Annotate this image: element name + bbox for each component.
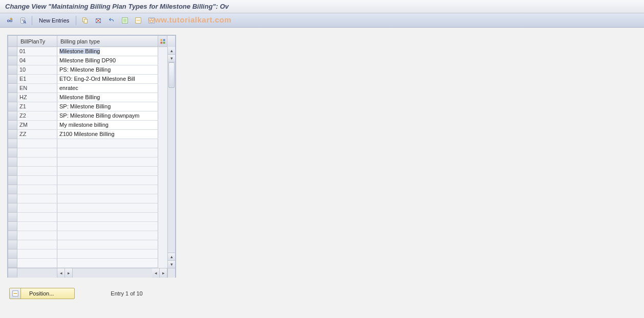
- find-button[interactable]: [17, 15, 29, 26]
- row-selector[interactable]: [8, 93, 17, 102]
- cell-billing-plan-type[interactable]: [57, 203, 158, 213]
- toggle-display-change-button[interactable]: [4, 15, 15, 26]
- scroll-thumb[interactable]: [168, 62, 175, 88]
- scroll-up-arrow-bottom[interactable]: ▴: [168, 253, 175, 260]
- cell-billing-plan-type[interactable]: [57, 222, 158, 231]
- vertical-scrollbar[interactable]: ▴ ▾ ▴ ▾: [167, 47, 175, 268]
- cell-billing-plan-type[interactable]: [57, 185, 158, 194]
- cell-billplanty[interactable]: [17, 176, 57, 185]
- row-selector[interactable]: [8, 56, 17, 65]
- select-all-button[interactable]: [119, 15, 131, 26]
- scroll-left-arrow-end[interactable]: ◂: [152, 268, 160, 278]
- cell-billing-plan-type[interactable]: [57, 240, 158, 249]
- cell-billing-plan-type[interactable]: Milestone Billing DP90: [57, 56, 158, 65]
- row-selector[interactable]: [8, 185, 17, 194]
- undo-change-button[interactable]: [106, 15, 117, 26]
- scroll-left-arrow[interactable]: ◂: [57, 268, 65, 278]
- scroll-track[interactable]: [168, 62, 175, 253]
- cell-billing-plan-type[interactable]: SP: Milestone Billing: [57, 102, 158, 111]
- row-selector[interactable]: [8, 213, 17, 222]
- svg-rect-8: [123, 18, 127, 22]
- row-selector[interactable]: [8, 102, 17, 111]
- row-selector[interactable]: [8, 130, 17, 139]
- cell-billing-plan-type[interactable]: Milestone Billing: [57, 93, 158, 102]
- cell-billing-plan-type[interactable]: enratec: [57, 84, 158, 93]
- scroll-right-arrow[interactable]: ▸: [65, 268, 73, 278]
- row-selector[interactable]: [8, 231, 17, 240]
- cell-billplanty[interactable]: 01: [17, 47, 57, 56]
- cell-billplanty[interactable]: HZ: [17, 93, 57, 102]
- cell-billing-plan-type[interactable]: [57, 148, 158, 157]
- cell-billplanty[interactable]: [17, 148, 57, 157]
- cell-billplanty[interactable]: [17, 259, 57, 268]
- hscroll-track[interactable]: [73, 268, 152, 278]
- cell-billing-plan-type[interactable]: My milestone billing: [57, 121, 158, 130]
- row-selector[interactable]: [8, 176, 17, 185]
- cell-billplanty[interactable]: [17, 240, 57, 249]
- cell-billplanty[interactable]: E1: [17, 75, 57, 84]
- cell-billing-plan-type[interactable]: ETO: Eng-2-Ord Milestone Bill: [57, 75, 158, 84]
- column-header-code[interactable]: BillPlanTy: [17, 36, 57, 47]
- cell-billing-plan-type[interactable]: SP: Milestone Billing downpaym: [57, 111, 158, 121]
- row-selector[interactable]: [8, 65, 17, 75]
- cell-billing-plan-type[interactable]: Milestone Billing: [57, 47, 158, 56]
- row-selector[interactable]: [8, 84, 17, 93]
- cell-billplanty[interactable]: ZZ: [17, 130, 57, 139]
- cell-billplanty[interactable]: Z2: [17, 111, 57, 121]
- row-selector[interactable]: [8, 167, 17, 176]
- cell-billplanty[interactable]: [17, 194, 57, 203]
- row-selector[interactable]: [8, 148, 17, 157]
- row-selector[interactable]: [8, 75, 17, 84]
- scroll-right-arrow-end[interactable]: ▸: [160, 268, 167, 278]
- cell-billplanty[interactable]: [17, 185, 57, 194]
- cell-billplanty[interactable]: [17, 157, 57, 167]
- row-selector[interactable]: [8, 222, 17, 231]
- cell-billing-plan-type[interactable]: [57, 176, 158, 185]
- cell-billplanty[interactable]: [17, 167, 57, 176]
- cell-billplanty[interactable]: [17, 203, 57, 213]
- cell-billplanty[interactable]: [17, 139, 57, 148]
- row-selector[interactable]: [8, 240, 17, 249]
- cell-billing-plan-type[interactable]: Z100 Milestone Billing: [57, 130, 158, 139]
- cell-billplanty[interactable]: 10: [17, 65, 57, 75]
- cell-billing-plan-type[interactable]: [57, 139, 158, 148]
- cell-billing-plan-type[interactable]: PS: Milestone Billing: [57, 65, 158, 75]
- cell-billing-plan-type[interactable]: [57, 259, 158, 268]
- row-selector[interactable]: [8, 259, 17, 268]
- row-selector[interactable]: [8, 121, 17, 130]
- cell-billplanty[interactable]: [17, 222, 57, 231]
- scroll-down-arrow-bottom[interactable]: ▾: [168, 260, 175, 268]
- select-block-button[interactable]: [133, 15, 144, 26]
- cell-billing-plan-type[interactable]: [57, 213, 158, 222]
- copy-as-button[interactable]: [79, 15, 91, 26]
- cell-billplanty[interactable]: EN: [17, 84, 57, 93]
- select-all-corner[interactable]: [8, 36, 17, 47]
- cell-billplanty[interactable]: Z1: [17, 102, 57, 111]
- horizontal-scrollbar[interactable]: ◂ ▸ ◂ ▸: [8, 268, 175, 278]
- cell-billplanty[interactable]: [17, 249, 57, 259]
- position-button[interactable]: Position...: [9, 288, 75, 299]
- row-selector[interactable]: [8, 111, 17, 121]
- row-selector[interactable]: [8, 194, 17, 203]
- table-settings-button[interactable]: [158, 36, 167, 47]
- cell-billplanty[interactable]: [17, 231, 57, 240]
- cell-billplanty[interactable]: [17, 213, 57, 222]
- row-selector[interactable]: [8, 157, 17, 167]
- deselect-all-button[interactable]: [146, 15, 157, 26]
- row-selector[interactable]: [8, 249, 17, 259]
- cell-billplanty[interactable]: 04: [17, 56, 57, 65]
- cell-billing-plan-type[interactable]: [57, 249, 158, 259]
- cell-billing-plan-type[interactable]: [57, 231, 158, 240]
- row-selector[interactable]: [8, 47, 17, 56]
- row-selector[interactable]: [8, 139, 17, 148]
- cell-billing-plan-type[interactable]: [57, 157, 158, 167]
- new-entries-button[interactable]: New Entries: [35, 15, 73, 26]
- scroll-up-arrow[interactable]: ▴: [168, 47, 175, 55]
- cell-billing-plan-type[interactable]: [57, 167, 158, 176]
- row-selector[interactable]: [8, 203, 17, 213]
- cell-billplanty[interactable]: ZM: [17, 121, 57, 130]
- column-header-desc[interactable]: Billing plan type: [57, 36, 158, 47]
- scroll-down-arrow[interactable]: ▾: [168, 55, 175, 62]
- cell-billing-plan-type[interactable]: [57, 194, 158, 203]
- delete-button[interactable]: [93, 15, 104, 26]
